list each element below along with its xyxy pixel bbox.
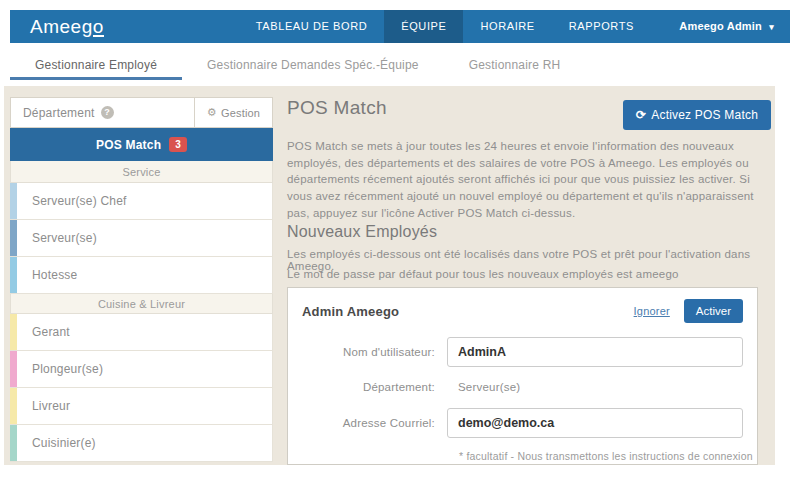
activez-button-label: Activez POS Match bbox=[651, 108, 758, 122]
help-icon[interactable]: ? bbox=[101, 106, 114, 119]
department-value: Serveur(se) bbox=[447, 381, 743, 393]
top-navbar: Ameego TABLEAU DE BORD ÉQUIPE HORAIRE RA… bbox=[10, 10, 790, 43]
sidebar-item-gerant[interactable]: Gerant bbox=[10, 314, 273, 351]
activer-button[interactable]: Activer bbox=[684, 299, 743, 323]
ignorer-link[interactable]: Ignorer bbox=[634, 305, 670, 317]
employee-card-actions: Ignorer Activer bbox=[634, 299, 743, 323]
sidebar-item-livreur[interactable]: Livreur bbox=[10, 388, 273, 425]
caret-down-icon: ▾ bbox=[769, 22, 774, 32]
sidebar-item-pos-match[interactable]: POS Match 3 bbox=[10, 128, 273, 161]
color-stripe bbox=[10, 425, 17, 461]
email-row: Adresse Courriel: bbox=[302, 408, 743, 438]
username-input[interactable] bbox=[447, 337, 743, 367]
sidebar-item-hotesse[interactable]: Hotesse bbox=[10, 257, 273, 294]
email-label: Adresse Courriel: bbox=[302, 417, 447, 429]
email-footnote: * facultatif - Nous transmettons les ins… bbox=[459, 449, 758, 465]
gear-icon: ⚙ bbox=[207, 106, 217, 119]
main-nav: TABLEAU DE BORD ÉQUIPE HORAIRE RAPPORTS bbox=[239, 10, 651, 43]
ameego-logo[interactable]: Ameego bbox=[10, 10, 124, 43]
user-menu-label: Ameego Admin bbox=[679, 20, 762, 32]
nav-item-rapports[interactable]: RAPPORTS bbox=[552, 10, 651, 43]
department-row: Département: Serveur(se) bbox=[302, 381, 743, 393]
sidebar-header: Département ? ⚙ Gestion bbox=[10, 97, 273, 128]
color-stripe bbox=[10, 351, 17, 387]
pos-match-panel: POS Match ⟳Activez POS Match POS Match s… bbox=[287, 97, 771, 119]
sidebar-item-label: Cuisinier(e) bbox=[32, 436, 96, 450]
sidebar-item-cuisiniere[interactable]: Cuisinier(e) bbox=[10, 425, 273, 462]
department-sidebar: Département ? ⚙ Gestion POS Match 3 Serv… bbox=[10, 97, 273, 462]
new-employees-title: Nouveaux Employés bbox=[287, 223, 437, 241]
department-header: Département ? bbox=[11, 98, 194, 127]
app-window: Ameego TABLEAU DE BORD ÉQUIPE HORAIRE RA… bbox=[0, 0, 795, 484]
sidebar-item-plongeurse[interactable]: Plongeur(se) bbox=[10, 351, 273, 388]
employee-card-header: Admin Ameego Ignorer Activer bbox=[302, 299, 743, 323]
employee-form: Nom d'utilisateur: Département: Serveur(… bbox=[302, 337, 743, 465]
section-header-service: Service bbox=[10, 161, 273, 183]
sidebar-item-serveurse[interactable]: Serveur(se) bbox=[10, 220, 273, 257]
user-menu[interactable]: Ameego Admin ▾ bbox=[679, 10, 790, 43]
new-employees-line2: Le mot de passe par défaut pour tous les… bbox=[287, 268, 679, 280]
sidebar-item-label: Hotesse bbox=[32, 268, 77, 282]
sidebar-item-label: Serveur(se) Chef bbox=[32, 194, 127, 208]
tab-bar: Gestionnaire Employé Gestionnaire Demand… bbox=[10, 52, 585, 80]
email-input[interactable] bbox=[447, 408, 743, 438]
pos-match-description: POS Match se mets à jour toutes les 24 h… bbox=[287, 138, 755, 221]
color-stripe bbox=[10, 183, 17, 219]
department-title: Département bbox=[23, 106, 95, 120]
nav-item-tableau-de-bord[interactable]: TABLEAU DE BORD bbox=[239, 10, 385, 43]
sidebar-item-label: Serveur(se) bbox=[32, 231, 97, 245]
tab-gestionnaire-employe[interactable]: Gestionnaire Employé bbox=[10, 52, 182, 80]
activez-pos-match-button[interactable]: ⟳Activez POS Match bbox=[623, 100, 771, 130]
sidebar-item-serveurse-chef[interactable]: Serveur(se) Chef bbox=[10, 183, 273, 220]
section-header-cuisine-livreur: Cuisine & Livreur bbox=[10, 294, 273, 314]
color-stripe bbox=[10, 388, 17, 424]
color-stripe bbox=[10, 220, 17, 256]
sidebar-item-label: Livreur bbox=[32, 399, 70, 413]
color-stripe bbox=[10, 257, 17, 293]
username-row: Nom d'utilisateur: bbox=[302, 337, 743, 367]
color-stripe bbox=[10, 314, 17, 350]
sidebar-item-label: Plongeur(se) bbox=[32, 362, 103, 376]
refresh-icon: ⟳ bbox=[636, 108, 646, 122]
pos-match-label: POS Match bbox=[96, 138, 161, 152]
tab-gestionnaire-rh[interactable]: Gestionnaire RH bbox=[444, 52, 586, 80]
username-label: Nom d'utilisateur: bbox=[302, 346, 447, 358]
sidebar-item-label: Gerant bbox=[32, 325, 70, 339]
gestion-label: Gestion bbox=[221, 107, 260, 119]
gestion-button[interactable]: ⚙ Gestion bbox=[194, 98, 272, 127]
nav-item-equipe[interactable]: ÉQUIPE bbox=[384, 10, 463, 43]
employee-card: Admin Ameego Ignorer Activer Nom d'utili… bbox=[287, 287, 758, 465]
tab-gestionnaire-demandes[interactable]: Gestionnaire Demandes Spéc.-Équipe bbox=[182, 52, 444, 80]
pos-match-count-badge: 3 bbox=[169, 137, 187, 152]
nav-item-horaire[interactable]: HORAIRE bbox=[463, 10, 551, 43]
department-label: Département: bbox=[302, 381, 447, 393]
employee-name: Admin Ameego bbox=[302, 304, 399, 319]
